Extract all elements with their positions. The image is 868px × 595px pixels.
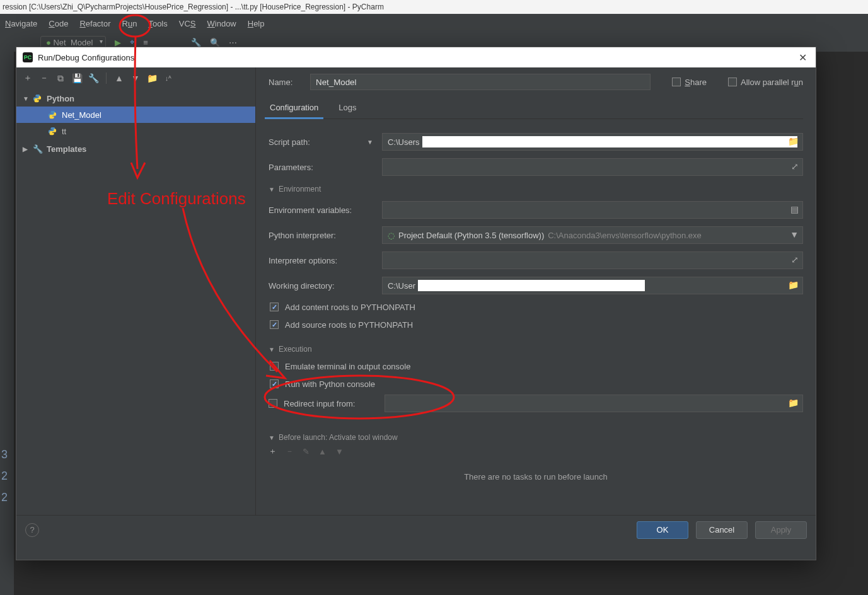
environment-section-header[interactable]: ▼ Environment: [269, 185, 803, 194]
browse-folder-icon[interactable]: 📁: [788, 398, 799, 408]
before-launch-toolbar: ＋ － ✎ ▲ ▼: [269, 446, 803, 457]
interp-opts-label: Interpreter options:: [269, 256, 382, 265]
script-path-value: C:\Users: [388, 137, 420, 147]
interpreter-field[interactable]: ◌ Project Default (Python 3.5 (tensorflo…: [382, 226, 803, 244]
tree-node-tt[interactable]: tt: [16, 123, 255, 139]
add-source-roots-checkbox[interactable]: [270, 320, 279, 329]
help-button[interactable]: ?: [25, 523, 39, 537]
browse-folder-icon[interactable]: 📁: [788, 280, 799, 290]
browse-folder-icon[interactable]: 📁: [788, 136, 799, 146]
edit-config-icon[interactable]: 🔧: [88, 73, 98, 83]
tree-label-tt: tt: [62, 127, 66, 136]
config-tree[interactable]: ▼ Python Net_Model: [16, 89, 255, 158]
remove-task-icon[interactable]: －: [286, 446, 294, 457]
interpreter-value: Project Default (Python 3.5 (tensorflow)…: [398, 231, 544, 240]
save-config-icon[interactable]: 💾: [72, 73, 82, 83]
menu-window[interactable]: Window: [207, 19, 236, 28]
redirect-input-field[interactable]: 📁: [385, 395, 803, 412]
tree-label-net-model: Net_Model: [62, 110, 101, 120]
copy-config-icon[interactable]: ⧉: [55, 73, 66, 83]
remove-config-icon[interactable]: －: [39, 73, 49, 83]
toolbar-debug-icon[interactable]: ⌖: [130, 37, 134, 47]
python-icon: [48, 110, 57, 119]
name-label: Name:: [269, 78, 300, 87]
move-up-icon[interactable]: ▲: [114, 73, 124, 83]
expand-icon[interactable]: ⤢: [791, 255, 799, 265]
parameters-label: Parameters:: [269, 163, 382, 172]
tree-node-templates[interactable]: ▶ 🔧 Templates: [16, 141, 255, 157]
folder-icon[interactable]: 📁: [147, 73, 157, 83]
dialog-close-button[interactable]: ✕: [796, 52, 809, 64]
list-icon[interactable]: ▤: [790, 204, 799, 214]
apply-button[interactable]: Apply: [755, 521, 807, 539]
menu-refactor[interactable]: Refactor: [79, 19, 110, 28]
chevron-down-icon[interactable]: ▼: [790, 229, 799, 240]
parallel-run-checkbox[interactable]: [728, 78, 737, 86]
menu-run[interactable]: Run: [122, 19, 137, 28]
toolbar-coverage-icon[interactable]: ≡: [143, 38, 148, 47]
add-config-icon[interactable]: ＋: [23, 73, 33, 83]
toolbar-search-icon[interactable]: 🔍: [210, 38, 220, 47]
add-content-roots-label: Add content roots to PYTHONPATH: [285, 303, 415, 312]
add-content-roots-checkbox[interactable]: [270, 303, 279, 311]
edit-task-icon[interactable]: ✎: [303, 447, 310, 456]
redacted-path: [418, 280, 645, 291]
parameters-field[interactable]: ⤢: [382, 158, 803, 176]
move-up-icon[interactable]: ▲: [318, 447, 327, 456]
cancel-button[interactable]: Cancel: [696, 521, 748, 539]
python-icon: [48, 127, 57, 136]
env-vars-label: Environment variables:: [269, 205, 382, 215]
interpreter-label: Python interpreter:: [269, 231, 382, 240]
config-form-panel: Name: Share Allow parallel run Configura…: [256, 67, 816, 515]
interp-opts-field[interactable]: ⤢: [382, 251, 803, 269]
dialog-footer: ? OK Cancel Apply: [16, 515, 816, 544]
menu-tools[interactable]: Tools: [148, 19, 167, 28]
add-task-icon[interactable]: ＋: [269, 446, 277, 457]
caret-down-icon: ▼: [23, 95, 30, 102]
move-down-icon[interactable]: ▼: [335, 447, 344, 456]
tree-node-python[interactable]: ▼ Python: [16, 90, 255, 107]
workdir-field[interactable]: C:\User 📁: [382, 277, 803, 294]
execution-section-header[interactable]: ▼ Execution: [269, 345, 803, 354]
tree-node-net-model[interactable]: Net_Model: [16, 107, 255, 123]
caret-down-icon: ▼: [269, 346, 275, 353]
workdir-value: C:\User: [388, 281, 415, 291]
left-tool-strip: [0, 33, 14, 595]
tab-logs[interactable]: Logs: [337, 99, 357, 118]
script-path-field[interactable]: C:\Users 📁: [382, 133, 803, 151]
parallel-run-label: Allow parallel run: [741, 78, 803, 87]
main-window-title: ression [C:\Users\Zhi_Q\PycharmProjects\…: [0, 0, 868, 14]
script-path-label[interactable]: Script path:▼: [269, 137, 382, 147]
interpreter-path: C:\Anaconda3\envs\tensorflow\python.exe: [548, 231, 702, 240]
emulate-terminal-label: Emulate terminal in output console: [285, 362, 410, 371]
share-checkbox[interactable]: [672, 78, 681, 86]
menu-navigate[interactable]: Navigate: [5, 19, 37, 28]
workdir-label: Working directory:: [269, 281, 382, 291]
run-python-console-checkbox[interactable]: [270, 379, 279, 388]
emulate-terminal-checkbox[interactable]: [270, 362, 279, 371]
caret-down-icon: ▼: [269, 186, 275, 193]
config-name-input[interactable]: [310, 74, 651, 90]
move-down-icon[interactable]: ▼: [130, 73, 141, 83]
toolbar-more-icon[interactable]: ⋯: [229, 38, 237, 47]
tree-label-templates: Templates: [47, 144, 86, 154]
run-config-name: Net_Model: [53, 38, 93, 47]
config-tree-toolbar: ＋ － ⧉ 💾 🔧 ▲ ▼ 📁 ↓ᴬ: [16, 67, 255, 89]
sort-icon[interactable]: ↓ᴬ: [163, 73, 173, 83]
before-launch-section-header[interactable]: ▼ Before launch: Activate tool window: [269, 433, 803, 442]
chevron-down-icon: ▼: [367, 139, 373, 146]
expand-icon[interactable]: ⤢: [791, 161, 799, 171]
ok-button[interactable]: OK: [637, 521, 688, 539]
pycharm-icon: PC: [23, 52, 33, 62]
toolbar-wrench-icon[interactable]: 🔧: [191, 38, 201, 47]
caret-down-icon: ▼: [269, 434, 275, 441]
menu-help[interactable]: Help: [248, 19, 265, 28]
toolbar-run-icon[interactable]: ▶: [115, 38, 121, 47]
tab-configuration[interactable]: Configuration: [269, 99, 320, 118]
menu-code[interactable]: Code: [49, 19, 68, 28]
redirect-input-checkbox[interactable]: [269, 399, 277, 408]
menu-vcs[interactable]: VCS: [179, 19, 196, 28]
interpreter-loading-icon: ◌: [388, 231, 395, 240]
env-vars-field[interactable]: ▤: [382, 201, 803, 219]
editor-gutter: 3 2 2: [1, 444, 8, 508]
